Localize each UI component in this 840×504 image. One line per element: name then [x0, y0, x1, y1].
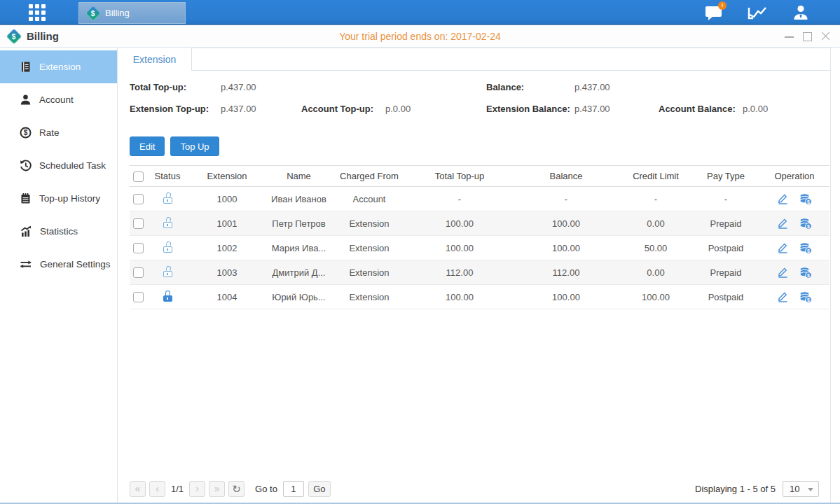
- topbar-actions: !: [704, 0, 811, 25]
- unlock-icon[interactable]: [163, 241, 172, 253]
- sidebar-item-rate[interactable]: $ Rate: [0, 116, 117, 149]
- row-checkbox[interactable]: [133, 292, 144, 302]
- next-page-button[interactable]: ›: [189, 481, 205, 497]
- edit-icon[interactable]: [777, 242, 789, 253]
- messages-icon[interactable]: !: [704, 4, 724, 22]
- topup-icon[interactable]: $: [799, 267, 812, 279]
- top-up-button[interactable]: Top Up: [170, 136, 219, 156]
- edit-icon[interactable]: [777, 267, 789, 278]
- page-indicator: 1/1: [171, 484, 184, 494]
- name-cell: Дмитрий Д...: [266, 267, 332, 278]
- balance-cell: 112.00: [513, 267, 619, 278]
- tab-extension[interactable]: Extension: [118, 48, 192, 71]
- select-all-checkbox[interactable]: [133, 172, 144, 182]
- row-checkbox[interactable]: [133, 243, 144, 253]
- topup-icon[interactable]: $: [799, 291, 812, 303]
- row-checkbox[interactable]: [133, 194, 144, 204]
- refresh-icon[interactable]: ↻: [228, 481, 245, 497]
- charged-from-cell: Extension: [332, 243, 406, 253]
- sidebar: Extension Account $ Rate: [0, 48, 118, 503]
- topup-icon[interactable]: $: [799, 242, 812, 254]
- table-row: 1000 Иван Иванов Account - - - - $: [130, 187, 829, 211]
- page-size-dropdown[interactable]: 10: [783, 481, 819, 497]
- topup-icon[interactable]: $: [799, 193, 812, 205]
- account-topup-label: Account Top-up:: [301, 104, 373, 114]
- edit-icon[interactable]: [777, 218, 789, 229]
- sidebar-item-label: Top-up History: [39, 193, 100, 204]
- svg-text:$: $: [24, 129, 28, 136]
- statistics-chart-icon[interactable]: [748, 4, 767, 22]
- rate-coin-icon: $: [20, 127, 32, 139]
- extension-cell: 1001: [188, 218, 266, 229]
- sidebar-item-extension[interactable]: Extension: [0, 50, 117, 83]
- name-cell: Петр Петров: [266, 218, 332, 229]
- sidebar-item-general-settings[interactable]: General Settings: [0, 248, 117, 281]
- charged-from-cell: Extension: [332, 292, 406, 302]
- user-account-icon[interactable]: [791, 4, 811, 22]
- prev-page-button[interactable]: ‹: [149, 481, 165, 497]
- extension-cell: 1003: [188, 267, 266, 278]
- maximize-icon[interactable]: [803, 32, 812, 41]
- svg-text:$: $: [807, 297, 810, 302]
- apps-grid-icon[interactable]: [27, 2, 48, 23]
- table-row: 1001 Петр Петров Extension 100.00 100.00…: [130, 211, 829, 236]
- unlock-icon[interactable]: [163, 192, 172, 204]
- balance-cell: 100.00: [513, 292, 619, 302]
- table-row: 1003 Дмитрий Д... Extension 112.00 112.0…: [130, 260, 829, 285]
- sidebar-item-label: General Settings: [40, 259, 111, 270]
- col-extension: Extension: [188, 171, 266, 181]
- taskbar-tab-billing[interactable]: $ Billing: [78, 2, 186, 24]
- unlock-icon[interactable]: [163, 217, 172, 228]
- account-balance-label: Account Balance:: [659, 104, 736, 114]
- col-status: Status: [146, 171, 188, 181]
- unlock-icon[interactable]: [163, 266, 172, 277]
- extension-table: Status Extension Name Charged From Total…: [130, 165, 829, 309]
- topup-icon[interactable]: $: [799, 218, 812, 230]
- extension-ledger-icon: [20, 61, 32, 73]
- svg-text:$: $: [807, 223, 810, 229]
- row-checkbox[interactable]: [133, 267, 144, 278]
- edit-icon[interactable]: [777, 291, 789, 302]
- sidebar-item-statistics[interactable]: Statistics: [0, 215, 117, 248]
- sidebar-item-topup-history[interactable]: Top-up History: [0, 182, 117, 215]
- pay-type-cell: Postpaid: [692, 243, 759, 253]
- table-row: 1004 Юрий Юрь... Extension 100.00 100.00…: [130, 285, 829, 309]
- pay-type-cell: -: [692, 194, 759, 204]
- charged-from-cell: Account: [332, 194, 406, 204]
- row-checkbox[interactable]: [133, 218, 144, 229]
- page-size-value: 10: [790, 484, 799, 494]
- titlebar: Your trial period ends on: 2017-02-24 $ …: [0, 25, 840, 48]
- window-controls: [785, 25, 830, 48]
- sidebar-item-scheduled-task[interactable]: Scheduled Task: [0, 149, 117, 182]
- last-page-button[interactable]: »: [209, 481, 225, 497]
- minimize-icon[interactable]: [785, 32, 794, 41]
- trial-notice: Your trial period ends on: 2017-02-24: [0, 31, 840, 42]
- account-person-icon: [20, 94, 32, 106]
- edit-button[interactable]: Edit: [130, 136, 165, 156]
- close-icon[interactable]: [821, 32, 830, 41]
- extension-topup-value: p.437.00: [221, 104, 256, 114]
- table-header: Status Extension Name Charged From Total…: [130, 165, 829, 187]
- first-page-button[interactable]: «: [130, 481, 146, 497]
- goto-label: Go to: [255, 484, 277, 494]
- col-charged-from: Charged From: [332, 171, 406, 181]
- goto-page-input[interactable]: [283, 481, 304, 497]
- credit-limit-cell: 0.00: [619, 218, 692, 229]
- balance-summary: Total Top-up: p.437.00 Balance: p.437.00…: [130, 80, 830, 127]
- svg-text:$: $: [807, 199, 810, 204]
- sidebar-item-label: Scheduled Task: [39, 160, 106, 171]
- go-button[interactable]: Go: [308, 481, 331, 497]
- pay-type-cell: Prepaid: [692, 267, 759, 278]
- col-balance: Balance: [513, 171, 619, 181]
- extension-balance-value: p.437.00: [574, 104, 610, 114]
- billing-app-icon: $: [85, 5, 102, 21]
- balance-value: p.437.00: [574, 82, 610, 92]
- col-name: Name: [266, 171, 332, 181]
- topup-history-notepad-icon: [20, 192, 32, 204]
- balance-cell: -: [513, 194, 619, 204]
- edit-icon[interactable]: [777, 193, 789, 204]
- sidebar-item-account[interactable]: Account: [0, 83, 117, 116]
- lock-icon[interactable]: [163, 290, 172, 302]
- col-pay-type: Pay Type: [692, 171, 759, 181]
- name-cell: Иван Иванов: [266, 194, 332, 204]
